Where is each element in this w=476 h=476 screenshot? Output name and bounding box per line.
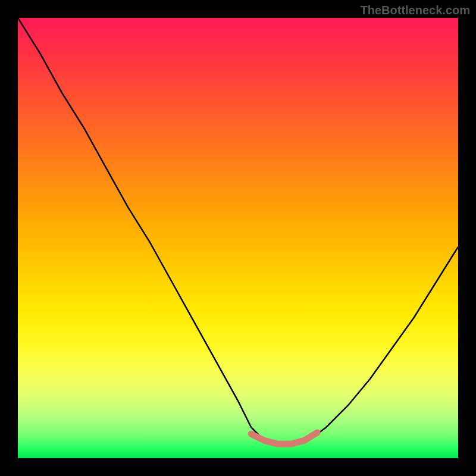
highlight-band-line [251,433,317,444]
bottleneck-curve-line [18,18,458,445]
watermark-text: TheBottleneck.com [361,4,470,17]
curve-svg [18,18,458,458]
chart-container: TheBottleneck.com [0,0,476,476]
plot-area [18,18,458,458]
